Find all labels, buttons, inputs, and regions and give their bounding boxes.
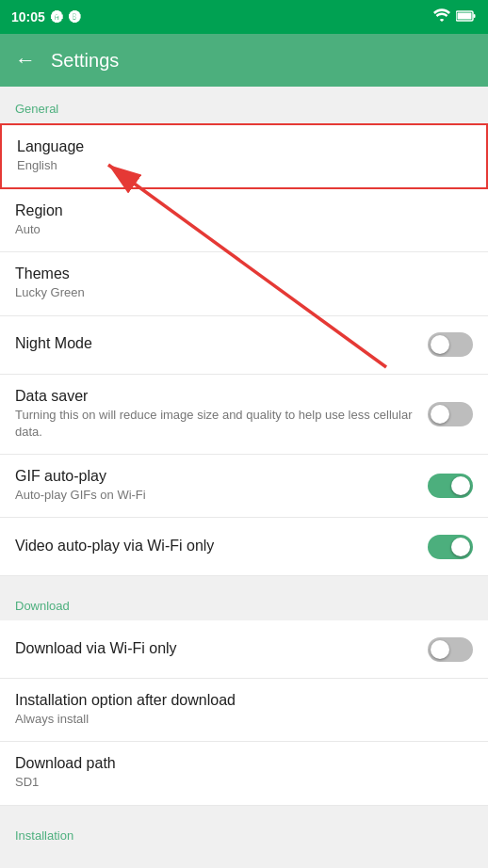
language-title: Language: [17, 138, 471, 155]
status-left: 10:05 🅐 🅑: [11, 9, 81, 24]
video-autoplay-text: Video auto-play via Wi-Fi only: [15, 538, 416, 556]
status-time: 10:05: [11, 9, 45, 24]
back-button[interactable]: ←: [15, 48, 36, 72]
svg-rect-1: [474, 14, 476, 18]
download-wifi-knob: [431, 640, 449, 659]
setting-item-video-autoplay[interactable]: Video auto-play via Wi-Fi only: [0, 518, 488, 576]
gif-autoplay-text: GIF auto-play Auto-play GIFs on Wi-Fi: [15, 468, 416, 504]
installation-option-title: Installation option after download: [15, 692, 473, 709]
installation-option-text: Installation option after download Alway…: [15, 692, 473, 728]
page-title: Settings: [51, 50, 119, 72]
gif-autoplay-knob: [451, 476, 470, 495]
section-header-download: Download: [0, 584, 488, 620]
night-mode-knob: [431, 335, 449, 354]
download-wifi-toggle[interactable]: [428, 637, 473, 662]
app-bar: ← Settings: [0, 34, 488, 87]
download-wifi-text: Download via Wi-Fi only: [15, 640, 416, 659]
video-autoplay-knob: [451, 538, 470, 556]
setting-item-themes[interactable]: Themes Lucky Green: [0, 252, 488, 315]
gif-autoplay-subtitle: Auto-play GIFs on Wi-Fi: [15, 487, 416, 504]
setting-item-download-wifi[interactable]: Download via Wi-Fi only: [0, 620, 488, 679]
video-autoplay-title: Video auto-play via Wi-Fi only: [15, 538, 416, 555]
data-saver-title: Data saver: [15, 388, 416, 405]
installation-option-subtitle: Always install: [15, 711, 473, 728]
themes-title: Themes: [15, 265, 473, 282]
svg-rect-2: [458, 13, 472, 20]
setting-item-download-path[interactable]: Download path SD1: [0, 742, 488, 805]
region-subtitle: Auto: [15, 221, 473, 238]
setting-item-region[interactable]: Region Auto: [0, 189, 488, 252]
status-right: [433, 8, 477, 25]
setting-item-night-mode[interactable]: Night Mode: [0, 316, 488, 375]
data-saver-toggle[interactable]: [428, 402, 473, 426]
status-bar: 10:05 🅐 🅑: [0, 0, 488, 34]
wifi-icon: [433, 8, 450, 25]
data-saver-text: Data saver Turning this on will reduce i…: [15, 388, 416, 441]
section-gap-installation: [0, 806, 488, 813]
setting-item-language[interactable]: Language English: [0, 123, 488, 189]
settings-content: General Language English Region Auto The…: [0, 87, 488, 868]
setting-item-installation-option[interactable]: Installation option after download Alway…: [0, 679, 488, 742]
notification-b-icon: 🅑: [69, 10, 81, 24]
notification-a-icon: 🅐: [51, 10, 63, 24]
download-path-title: Download path: [15, 755, 473, 772]
region-title: Region: [15, 202, 473, 219]
region-text: Region Auto: [15, 202, 473, 238]
language-subtitle: English: [17, 157, 471, 174]
data-saver-subtitle: Turning this on will reduce image size a…: [15, 407, 416, 441]
section-header-installation: Installation: [0, 813, 488, 850]
setting-item-gif-autoplay[interactable]: GIF auto-play Auto-play GIFs on Wi-Fi: [0, 455, 488, 518]
battery-icon: [456, 8, 477, 25]
download-path-text: Download path SD1: [15, 755, 473, 791]
download-path-subtitle: SD1: [15, 774, 473, 791]
section-header-general: General: [0, 87, 488, 123]
download-wifi-title: Download via Wi-Fi only: [15, 640, 416, 657]
gif-autoplay-title: GIF auto-play: [15, 468, 416, 485]
night-mode-title: Night Mode: [15, 335, 416, 352]
video-autoplay-toggle[interactable]: [428, 535, 473, 559]
night-mode-toggle[interactable]: [428, 332, 473, 357]
data-saver-knob: [431, 405, 449, 424]
section-gap-download: [0, 576, 488, 584]
themes-text: Themes Lucky Green: [15, 265, 473, 301]
themes-subtitle: Lucky Green: [15, 284, 473, 301]
setting-item-data-saver[interactable]: Data saver Turning this on will reduce i…: [0, 375, 488, 455]
language-text: Language English: [17, 138, 471, 174]
gif-autoplay-toggle[interactable]: [428, 474, 473, 498]
night-mode-text: Night Mode: [15, 335, 416, 354]
